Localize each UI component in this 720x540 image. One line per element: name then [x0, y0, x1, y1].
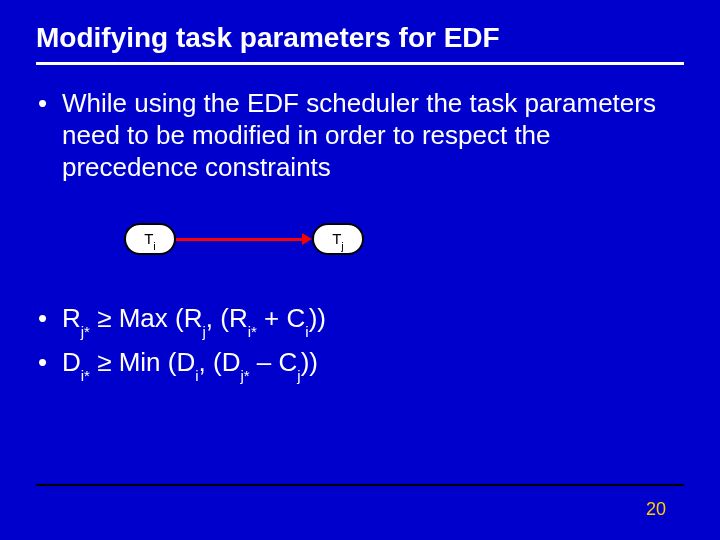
bullet-text-1: While using the EDF scheduler the task p…: [62, 87, 684, 183]
f1-tail: )): [309, 303, 326, 333]
f1-lhs-base: R: [62, 303, 81, 333]
bullet-glyph: •: [36, 345, 62, 379]
formula-2-text: Di* ≥ Min (Di, (Dj* – Cj)): [62, 345, 318, 389]
page-number: 20: [646, 499, 666, 520]
f2-a-sub: i: [195, 367, 198, 384]
f1-mid: , (R: [206, 303, 248, 333]
node-tj-base: T: [332, 230, 341, 247]
node-ti-base: T: [144, 230, 153, 247]
f1-lhs-sub: j*: [81, 323, 90, 340]
bullet-glyph: •: [36, 301, 62, 335]
f2-lhs-sub: i*: [81, 367, 90, 384]
f1-b-sub: i*: [248, 323, 257, 340]
f2-lhs-base: D: [62, 347, 81, 377]
f2-tail: )): [301, 347, 318, 377]
arrow-head-icon: [302, 233, 312, 245]
f2-mid: , (D: [199, 347, 241, 377]
node-ti-sub: i: [153, 240, 155, 252]
arrow-line: [176, 238, 304, 241]
node-tj-sub: j: [341, 240, 343, 252]
f2-c-sub: j: [297, 367, 300, 384]
f1-a-sub: j: [202, 323, 205, 340]
bullet-item-1: • While using the EDF scheduler the task…: [36, 87, 684, 183]
node-tj: Tj: [312, 223, 364, 255]
formula-1: • Rj* ≥ Max (Rj, (Ri* + Ci)): [36, 301, 684, 345]
formula-2: • Di* ≥ Min (Di, (Dj* – Cj)): [36, 345, 684, 389]
f2-mid2: – C: [250, 347, 298, 377]
formula-1-text: Rj* ≥ Max (Rj, (Ri* + Ci)): [62, 301, 326, 345]
f1-c-sub: i: [305, 323, 308, 340]
node-ti: Ti: [124, 223, 176, 255]
bullet-glyph: •: [36, 87, 62, 183]
f2-b-sub: j*: [240, 367, 249, 384]
f1-mid2: + C: [257, 303, 305, 333]
formula-list: • Rj* ≥ Max (Rj, (Ri* + Ci)) • Di* ≥ Min…: [36, 301, 684, 389]
f2-op: ≥ Min (D: [90, 347, 195, 377]
slide-title: Modifying task parameters for EDF: [36, 22, 684, 54]
footer-rule: [36, 484, 684, 486]
f1-op: ≥ Max (R: [90, 303, 203, 333]
title-underline: [36, 62, 684, 65]
precedence-diagram: Ti Tj: [124, 223, 684, 267]
